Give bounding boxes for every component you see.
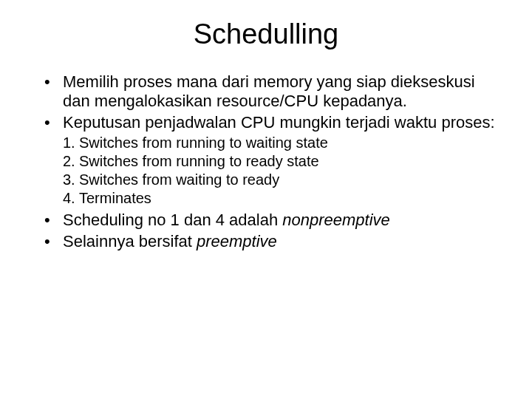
slide-title: Schedulling — [30, 18, 502, 50]
numbered-sublist: 1. Switches from running to waiting stat… — [44, 134, 502, 208]
bullet-mark: • — [44, 211, 63, 230]
item-number: 2. — [63, 152, 79, 171]
emphasis-text: preemptive — [197, 232, 277, 250]
bullet-mark: • — [44, 72, 63, 112]
list-item: 2. Switches from running to ready state — [63, 152, 502, 171]
bullet-item: • Selainnya bersifat preemptive — [44, 232, 502, 251]
item-number: 3. — [63, 171, 79, 189]
bullet-mark: • — [44, 232, 63, 251]
slide-body: • Memilih proses mana dari memory yang s… — [30, 72, 502, 251]
text-run: Scheduling no 1 dan 4 adalah — [63, 211, 282, 229]
text-run: Selainnya bersifat — [63, 232, 197, 250]
item-number: 1. — [63, 134, 79, 152]
emphasis-text: nonpreemptive — [282, 211, 390, 229]
item-text: Terminates — [79, 189, 151, 208]
bullet-item: • Scheduling no 1 dan 4 adalah nonpreemp… — [44, 211, 502, 230]
item-text: Switches from running to ready state — [79, 152, 319, 171]
list-item: 4. Terminates — [63, 189, 502, 208]
bullet-text: Keputusan penjadwalan CPU mungkin terjad… — [63, 113, 502, 132]
item-number: 4. — [63, 189, 79, 208]
list-item: 1. Switches from running to waiting stat… — [63, 134, 502, 152]
bullet-item: • Memilih proses mana dari memory yang s… — [44, 72, 502, 112]
bullet-text: Selainnya bersifat preemptive — [63, 232, 502, 251]
list-item: 3. Switches from waiting to ready — [63, 171, 502, 189]
bullet-text: Scheduling no 1 dan 4 adalah nonpreempti… — [63, 211, 502, 230]
item-text: Switches from running to waiting state — [79, 134, 328, 152]
item-text: Switches from waiting to ready — [79, 171, 279, 189]
bullet-text: Memilih proses mana dari memory yang sia… — [63, 72, 502, 112]
bullet-item: • Keputusan penjadwalan CPU mungkin terj… — [44, 113, 502, 132]
bullet-mark: • — [44, 113, 63, 132]
